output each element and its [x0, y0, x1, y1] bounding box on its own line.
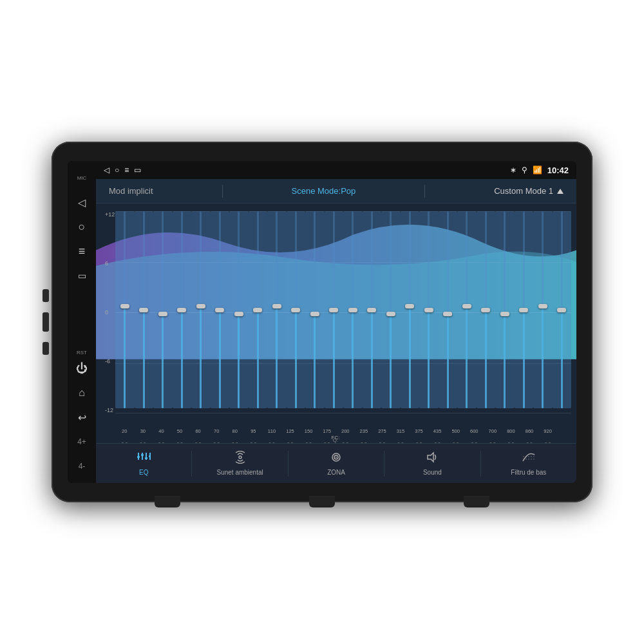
slider-fill-150	[314, 314, 316, 408]
slider-thumb-800[interactable]	[519, 308, 528, 312]
slider-col-60[interactable]	[191, 211, 211, 408]
side-btn-mid	[43, 312, 49, 332]
slider-thumb-20[interactable]	[120, 304, 129, 308]
slider-fill-235	[371, 310, 373, 408]
slider-col-200[interactable]	[343, 211, 363, 408]
nav-strip: MIC ◁ ○ ≡ ▭ RST ⏻ ⌂ ↩ 4+ 4-	[68, 161, 96, 483]
side-btn-top	[43, 289, 49, 302]
mode-custom[interactable]: Custom Mode 1	[494, 186, 564, 196]
slider-thumb-920[interactable]	[557, 308, 566, 312]
slider-fill-110	[276, 306, 278, 408]
slider-thumb-315[interactable]	[405, 304, 414, 308]
slider-col-235[interactable]	[363, 211, 382, 408]
slider-col-20[interactable]	[115, 211, 135, 408]
svg-rect-7	[149, 455, 151, 457]
slider-col-860[interactable]	[533, 211, 553, 408]
tab-zona[interactable]: ZONA	[289, 444, 384, 483]
side-btn-bot	[43, 342, 49, 355]
slider-thumb-125[interactable]	[291, 308, 300, 312]
slider-thumb-700[interactable]	[500, 312, 509, 316]
slider-col-95[interactable]	[249, 211, 268, 408]
mode-divider-1	[222, 185, 223, 198]
recent-status-icon[interactable]: ▭	[134, 166, 141, 175]
slider-col-275[interactable]	[381, 211, 401, 408]
slider-thumb-375[interactable]	[424, 308, 433, 312]
svg-point-8	[239, 456, 242, 459]
vol-down-nav-button[interactable]: 4-	[70, 455, 93, 478]
slider-col-80[interactable]	[229, 211, 249, 408]
slider-thumb-175[interactable]	[329, 308, 338, 312]
bluetooth-status-icon: ∗	[510, 166, 516, 175]
power-nav-button[interactable]: ⏻	[70, 357, 93, 380]
sunet-tab-label: Sunet ambiental	[216, 469, 263, 476]
mode-implicit[interactable]: Mod implicit	[109, 186, 153, 196]
status-time: 10:42	[547, 166, 569, 175]
tab-sound[interactable]: Sound	[384, 444, 480, 483]
slider-thumb-275[interactable]	[386, 312, 395, 316]
slider-col-50[interactable]	[173, 211, 192, 408]
slider-thumb-235[interactable]	[367, 308, 376, 312]
slider-thumb-200[interactable]	[348, 308, 357, 312]
mode-divider-2	[424, 185, 425, 198]
slider-thumb-40[interactable]	[158, 312, 167, 316]
freq-label-80: 80	[225, 428, 244, 434]
slider-thumb-500[interactable]	[462, 304, 471, 308]
slider-col-435[interactable]	[439, 211, 458, 408]
slider-thumb-50[interactable]	[177, 308, 186, 312]
slider-col-125[interactable]	[287, 211, 306, 408]
slider-col-150[interactable]	[305, 211, 325, 408]
slider-thumb-80[interactable]	[234, 312, 243, 316]
slider-thumb-70[interactable]	[215, 308, 224, 312]
status-left: ◁ ○ ≡ ▭	[104, 166, 141, 175]
slider-fill-95	[257, 310, 259, 408]
menu-status-icon[interactable]: ≡	[124, 166, 129, 175]
slider-fill-80	[238, 314, 240, 408]
home-status-icon[interactable]: ○	[115, 166, 119, 175]
vol-up-nav-button[interactable]: 4+	[70, 430, 93, 453]
home2-nav-button[interactable]: ⌂	[70, 381, 93, 404]
back-nav-button[interactable]: ◁	[70, 191, 93, 214]
mic-nav-icon[interactable]: MIC	[70, 166, 93, 189]
slider-fill-30	[143, 310, 145, 408]
mount-tab-2	[309, 496, 335, 507]
slider-fill-60	[200, 306, 202, 408]
tab-sunet[interactable]: Sunet ambiental	[192, 444, 287, 483]
slider-col-600[interactable]	[477, 211, 496, 408]
slider-col-30[interactable]	[135, 211, 154, 408]
slider-col-40[interactable]	[153, 211, 173, 408]
slider-thumb-60[interactable]	[196, 304, 205, 308]
slider-col-800[interactable]	[515, 211, 534, 408]
slider-thumb-30[interactable]	[139, 308, 148, 312]
back-status-icon[interactable]: ◁	[104, 166, 109, 175]
slider-col-110[interactable]	[267, 211, 287, 408]
mode-scene[interactable]: Scene Mode:Pop	[292, 186, 356, 196]
db-label-neg6: -6	[105, 358, 115, 365]
slider-col-920[interactable]	[553, 211, 572, 408]
slider-col-175[interactable]	[325, 211, 344, 408]
slider-col-375[interactable]	[419, 211, 439, 408]
slider-thumb-435[interactable]	[443, 312, 452, 316]
slider-col-500[interactable]	[457, 211, 477, 408]
slider-thumb-95[interactable]	[253, 308, 262, 312]
main-content: ◁ ○ ≡ ▭ ∗ ⚲ 📶 10:42 Mod implicit Scene M…	[96, 161, 576, 483]
freq-label-95: 95	[244, 428, 263, 434]
slider-col-70[interactable]	[211, 211, 230, 408]
tab-filtru[interactable]: Filtru de bas	[481, 444, 576, 483]
mode-custom-arrow	[557, 189, 564, 194]
menu-nav-button[interactable]: ≡	[70, 240, 93, 263]
slider-fill-20	[124, 306, 126, 408]
slider-fill-50	[181, 310, 183, 408]
slider-col-700[interactable]	[495, 211, 515, 408]
tab-eq[interactable]: EQ	[96, 444, 191, 483]
slider-fill-800	[523, 310, 525, 408]
freq-label-110: 110	[263, 428, 281, 434]
freq-label-235: 235	[355, 428, 374, 434]
slider-col-315[interactable]	[401, 211, 420, 408]
slider-thumb-110[interactable]	[272, 304, 281, 308]
undo-nav-button[interactable]: ↩	[70, 406, 93, 429]
recent-nav-button[interactable]: ▭	[70, 264, 93, 287]
slider-thumb-860[interactable]	[538, 304, 547, 308]
home-nav-button[interactable]: ○	[70, 215, 93, 238]
slider-thumb-600[interactable]	[481, 308, 490, 312]
slider-thumb-150[interactable]	[310, 312, 319, 316]
